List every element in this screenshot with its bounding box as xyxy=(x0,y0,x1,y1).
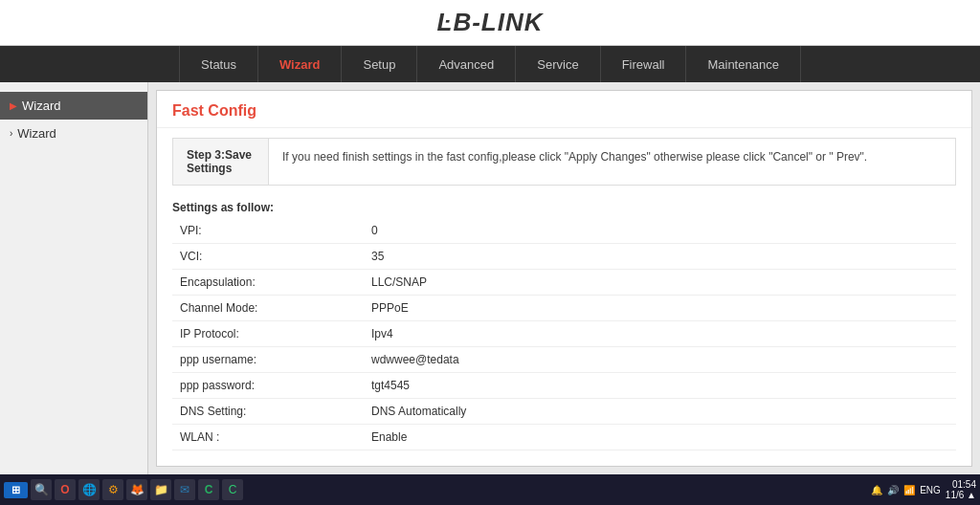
taskbar-icon-1[interactable]: 🔍 xyxy=(31,479,52,500)
setting-value: 35 xyxy=(364,244,956,270)
table-row: VPI:0 xyxy=(172,218,956,244)
nav-item-setup[interactable]: Setup xyxy=(342,46,417,82)
setting-label: VCI: xyxy=(172,244,364,270)
taskbar-icon-3[interactable]: 🌐 xyxy=(78,479,100,500)
settings-table: VPI:0VCI:35Encapsulation:LLC/SNAPChannel… xyxy=(172,218,956,450)
table-row: Encapsulation:LLC/SNAP xyxy=(172,270,956,296)
taskbar-icon-4[interactable]: ⚙ xyxy=(102,479,123,500)
taskbar-right: 🔔 🔊 📶 ENG 01:54 11/6 ▲ xyxy=(871,479,976,500)
taskbar-icon-6[interactable]: 📁 xyxy=(150,479,171,500)
setting-value: PPPoE xyxy=(364,296,956,321)
clock-time: 01:54 xyxy=(946,479,976,490)
taskbar-icon-8[interactable]: C xyxy=(198,479,219,500)
sidebar-label-wizard-active: Wizard xyxy=(22,99,60,113)
step-description: If you need finish settings in the fast … xyxy=(269,139,880,185)
taskbar-icon-7[interactable]: ✉ xyxy=(174,479,195,500)
nav-bar: Status Wizard Setup Advanced Service Fir… xyxy=(0,46,980,82)
clock-date: 11/6 ▲ xyxy=(946,490,976,500)
taskbar-notification-icon: 🔔 xyxy=(871,485,882,495)
setting-value: Enable xyxy=(364,425,956,450)
start-button[interactable]: ⊞ xyxy=(4,482,28,498)
settings-heading: Settings as follow: xyxy=(172,195,956,218)
setting-value: LLC/SNAP xyxy=(364,270,956,296)
setting-value: DNS Automatically xyxy=(364,399,956,425)
sidebar-label-wizard: Wizard xyxy=(17,126,56,141)
setting-value: 0 xyxy=(364,218,956,244)
arrow-icon-sub: › xyxy=(10,128,12,139)
taskbar-icon-2[interactable]: O xyxy=(55,479,76,500)
setting-value: tgt4545 xyxy=(364,373,956,399)
setting-value: Ipv4 xyxy=(364,321,956,347)
setting-label: ppp password: xyxy=(172,373,364,399)
step-box: Step 3:SaveSettings If you need finish s… xyxy=(172,138,956,186)
settings-section: Settings as follow: VPI:0VCI:35Encapsula… xyxy=(172,195,956,450)
nav-item-firewall[interactable]: Firewall xyxy=(601,46,687,82)
setting-label: WLAN : xyxy=(172,425,364,450)
brand-bar: ĿB-LINK xyxy=(0,0,980,46)
setting-label: Channel Mode: xyxy=(172,296,364,321)
taskbar-lang: ENG xyxy=(920,485,941,495)
taskbar-clock: 01:54 11/6 ▲ xyxy=(946,479,976,500)
table-row: ppp password:tgt4545 xyxy=(172,373,956,399)
page-title: Fast Config xyxy=(157,91,971,128)
step-label: Step 3:SaveSettings xyxy=(173,139,269,185)
table-row: IP Protocol:Ipv4 xyxy=(172,321,956,347)
nav-item-maintenance[interactable]: Maintenance xyxy=(686,46,800,82)
brand-logo: ĿB-LINK xyxy=(437,8,544,37)
nav-item-service[interactable]: Service xyxy=(516,46,600,82)
table-row: ppp username:wdwwee@tedata xyxy=(172,347,956,373)
setting-label: Encapsulation: xyxy=(172,270,364,296)
nav-item-status[interactable]: Status xyxy=(179,46,258,82)
taskbar: ⊞ 🔍 O 🌐 ⚙ 🦊 📁 ✉ C C 🔔 🔊 📶 ENG 01:54 11/6… xyxy=(0,474,980,505)
sidebar: ▶ Wizard › Wizard xyxy=(0,82,148,474)
brand-logo-text: ĿB-LINK xyxy=(437,8,544,36)
sidebar-item-wizard[interactable]: › Wizard xyxy=(0,120,147,147)
taskbar-network-icon: 📶 xyxy=(903,485,915,495)
setting-label: DNS Setting: xyxy=(172,399,364,425)
setting-label: ppp username: xyxy=(172,347,364,373)
sidebar-item-wizard-active[interactable]: ▶ Wizard xyxy=(0,92,147,120)
main-area: ▶ Wizard › Wizard Fast Config Step 3:Sav… xyxy=(0,82,980,474)
table-row: DNS Setting:DNS Automatically xyxy=(172,399,956,425)
taskbar-volume-icon: 🔊 xyxy=(887,485,899,495)
button-row: Prev Apply Changes Cancel xyxy=(157,456,971,467)
nav-item-advanced[interactable]: Advanced xyxy=(417,46,516,82)
setting-value: wdwwee@tedata xyxy=(364,347,956,373)
arrow-icon: ▶ xyxy=(10,100,17,111)
taskbar-icon-5[interactable]: 🦊 xyxy=(126,479,147,500)
content-panel: Fast Config Step 3:SaveSettings If you n… xyxy=(156,90,972,467)
setting-label: IP Protocol: xyxy=(172,321,364,347)
setting-label: VPI: xyxy=(172,218,364,244)
nav-item-wizard[interactable]: Wizard xyxy=(258,46,343,82)
table-row: Channel Mode:PPPoE xyxy=(172,296,956,321)
taskbar-icon-9[interactable]: C xyxy=(222,479,243,500)
table-row: WLAN :Enable xyxy=(172,425,956,450)
table-row: VCI:35 xyxy=(172,244,956,270)
apply-changes-button[interactable]: Apply Changes xyxy=(236,466,354,467)
